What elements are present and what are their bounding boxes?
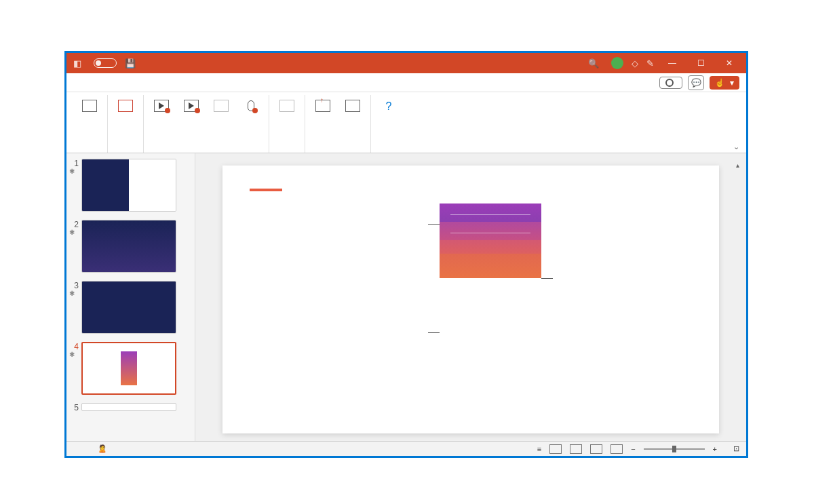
ribbon-group-record	[144, 95, 269, 153]
preview-icon	[82, 100, 97, 112]
slide[interactable]	[222, 166, 719, 433]
share-button[interactable]: ☝ ▾	[710, 76, 739, 90]
play-icon	[154, 100, 169, 112]
collapse-ribbon-icon[interactable]: ⌄	[733, 142, 739, 151]
ribbon-group-camera	[108, 95, 144, 153]
thumb-number: 3	[69, 281, 79, 290]
record-button[interactable]	[659, 77, 682, 89]
ribbon-tabs: 💬 ☝ ▾	[66, 73, 746, 92]
thumb-number: 5	[69, 403, 79, 412]
help-icon: ?	[381, 100, 396, 112]
slide-thumbnail[interactable]	[81, 342, 176, 395]
connector-line	[541, 278, 553, 279]
thumb-number: 2	[69, 220, 79, 229]
autosave-toggle[interactable]	[90, 58, 117, 68]
clear-icon	[279, 100, 294, 112]
tam-segment	[440, 240, 541, 254]
title-bar: ◧ 💾 🔍 ◇ ✎ — ☐ ✕	[66, 53, 746, 73]
tam-segment	[440, 222, 541, 240]
tam-diagram	[250, 203, 692, 407]
vertical-scrollbar[interactable]: ▴	[733, 161, 742, 437]
search-icon[interactable]: 🔍	[588, 58, 599, 69]
scroll-up-icon[interactable]: ▴	[733, 161, 742, 169]
ribbon-group-edit	[269, 95, 305, 153]
thumb-number: 4	[69, 342, 79, 351]
screen-recording-button	[206, 95, 236, 150]
clear-recording-button	[272, 95, 302, 150]
ribbon-group-preview	[72, 95, 108, 153]
diamond-icon[interactable]: ◇	[632, 58, 638, 69]
group-label	[272, 150, 302, 153]
group-label	[111, 150, 140, 153]
animation-icon: ✱	[69, 351, 79, 358]
zoom-in-icon[interactable]: +	[713, 445, 717, 453]
sorter-view-icon[interactable]	[570, 444, 582, 454]
comments-button[interactable]: 💬	[688, 75, 704, 90]
slide-thumbnail[interactable]	[81, 220, 176, 273]
slide-thumbnail[interactable]	[81, 281, 176, 334]
tam-segment	[440, 254, 541, 278]
ribbon-group-export: ↑	[305, 95, 371, 153]
animation-icon: ✱	[69, 229, 79, 236]
save-icon[interactable]: 💾	[125, 58, 136, 69]
thumbnail-panel[interactable]: 1✱ 2✱ 3✱ 4✱ 5	[66, 153, 195, 442]
from-current-button[interactable]	[176, 95, 206, 150]
slideshow-view-icon[interactable]	[610, 444, 623, 454]
slide-thumbnail[interactable]	[81, 403, 176, 411]
learn-more-button[interactable]: ?	[374, 95, 404, 150]
connector-line	[428, 332, 440, 333]
maximize-button[interactable]: ☐	[691, 58, 711, 68]
normal-view-icon[interactable]	[549, 444, 562, 454]
save-as-show-button[interactable]: ↑	[308, 95, 338, 150]
ribbon: ↑ ? ⌄	[66, 92, 746, 153]
notes-button[interactable]: ≡	[537, 445, 541, 453]
minimize-button[interactable]: —	[662, 58, 682, 68]
thumb-number: 1	[69, 159, 79, 168]
fit-icon[interactable]: ⊡	[733, 444, 739, 453]
zoom-out-icon[interactable]: −	[631, 445, 635, 453]
main-area: 1✱ 2✱ 3✱ 4✱ 5	[66, 153, 746, 442]
accessibility-status[interactable]: 🙎	[98, 444, 107, 453]
save-show-icon: ↑	[315, 100, 330, 112]
preview-button[interactable]	[75, 95, 104, 150]
cameo-icon	[118, 100, 133, 112]
mic-icon	[248, 100, 254, 111]
screen-icon	[214, 100, 229, 112]
group-label	[374, 150, 404, 153]
toggle-icon[interactable]	[94, 58, 117, 68]
powerpoint-icon: ◧	[73, 58, 81, 69]
group-label	[147, 150, 266, 153]
title-underline	[250, 189, 282, 191]
play-icon	[184, 100, 199, 112]
connector-line	[428, 224, 440, 225]
animation-icon: ✱	[69, 290, 79, 297]
cameo-button[interactable]	[111, 95, 140, 150]
export-video-button[interactable]	[338, 95, 368, 150]
from-beginning-button[interactable]	[147, 95, 176, 150]
ribbon-group-help: ?	[371, 95, 406, 153]
animation-icon: ✱	[69, 168, 79, 175]
audio-button[interactable]	[236, 95, 266, 150]
status-bar: 🙎 ≡ − + ⊡	[66, 441, 746, 456]
close-button[interactable]: ✕	[719, 58, 739, 68]
reading-view-icon[interactable]	[590, 444, 602, 454]
video-icon	[345, 100, 360, 112]
group-label	[308, 150, 368, 153]
tam-stack	[440, 203, 541, 278]
avatar	[611, 57, 623, 69]
slide-thumbnail[interactable]	[81, 159, 176, 212]
group-label	[75, 150, 104, 153]
tam-segment	[440, 203, 541, 222]
brush-icon[interactable]: ✎	[646, 58, 654, 69]
zoom-slider[interactable]	[644, 448, 705, 450]
slide-canvas[interactable]	[195, 153, 746, 442]
user-account[interactable]	[607, 57, 623, 69]
